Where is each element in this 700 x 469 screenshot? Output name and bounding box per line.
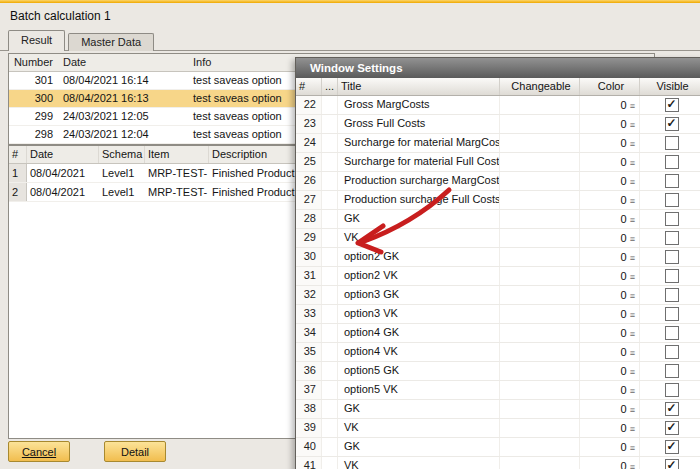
setting-color-cell[interactable]: 0 [580, 134, 640, 152]
setting-changeable-cell[interactable] [500, 381, 580, 399]
item-row-number[interactable]: 2 [9, 183, 27, 201]
tab-result[interactable]: Result [8, 30, 65, 51]
setting-color-cell[interactable]: 0 [580, 267, 640, 285]
settings-header-number[interactable]: # [296, 78, 322, 95]
visible-checkbox[interactable] [665, 193, 679, 207]
setting-changeable-cell[interactable] [500, 153, 580, 171]
setting-changeable-cell[interactable] [500, 248, 580, 266]
settings-row[interactable]: 33 option3 VK 0 [296, 305, 700, 324]
setting-color-cell[interactable]: 0 [580, 191, 640, 209]
settings-header-color[interactable]: Color [580, 78, 640, 95]
settings-header-dots[interactable]: ... [322, 78, 338, 95]
item-row-number[interactable]: 1 [9, 164, 27, 182]
color-picker-icon[interactable] [630, 173, 635, 190]
setting-changeable-cell[interactable] [500, 305, 580, 323]
color-picker-icon[interactable] [630, 458, 635, 469]
setting-changeable-cell[interactable] [500, 210, 580, 228]
visible-checkbox[interactable] [665, 364, 679, 378]
visible-checkbox[interactable] [665, 326, 679, 340]
settings-row[interactable]: 37 option5 VK 0 [296, 381, 700, 400]
color-picker-icon[interactable] [630, 401, 635, 418]
visible-checkbox[interactable] [665, 402, 679, 416]
window-settings-titlebar[interactable]: Window Settings [296, 58, 700, 78]
setting-changeable-cell[interactable] [500, 96, 580, 114]
settings-row[interactable]: 34 option4 GK 0 [296, 324, 700, 343]
setting-changeable-cell[interactable] [500, 172, 580, 190]
color-picker-icon[interactable] [630, 116, 635, 133]
runs-header-date[interactable]: Date [57, 54, 185, 71]
setting-color-cell[interactable]: 0 [580, 343, 640, 361]
color-picker-icon[interactable] [630, 420, 635, 437]
setting-changeable-cell[interactable] [500, 362, 580, 380]
visible-checkbox[interactable] [665, 98, 679, 112]
settings-row[interactable]: 40 GK 0 [296, 438, 700, 457]
visible-checkbox[interactable] [665, 117, 679, 131]
setting-color-cell[interactable]: 0 [580, 248, 640, 266]
items-header-item[interactable]: Item [145, 146, 209, 163]
color-picker-icon[interactable] [630, 154, 635, 171]
settings-header-changeable[interactable]: Changeable [500, 78, 580, 95]
color-picker-icon[interactable] [630, 306, 635, 323]
setting-color-cell[interactable]: 0 [580, 305, 640, 323]
setting-color-cell[interactable]: 0 [580, 286, 640, 304]
setting-color-cell[interactable]: 0 [580, 362, 640, 380]
color-picker-icon[interactable] [630, 268, 635, 285]
setting-changeable-cell[interactable] [500, 286, 580, 304]
color-picker-icon[interactable] [630, 325, 635, 342]
setting-changeable-cell[interactable] [500, 229, 580, 247]
setting-color-cell[interactable]: 0 [580, 324, 640, 342]
settings-row[interactable]: 28 GK 0 [296, 210, 700, 229]
tab-master-data[interactable]: Master Data [68, 33, 154, 51]
color-picker-icon[interactable] [630, 230, 635, 247]
setting-changeable-cell[interactable] [500, 457, 580, 469]
setting-color-cell[interactable]: 0 [580, 115, 640, 133]
setting-changeable-cell[interactable] [500, 419, 580, 437]
color-picker-icon[interactable] [630, 211, 635, 228]
settings-row[interactable]: 35 option4 VK 0 [296, 343, 700, 362]
color-picker-icon[interactable] [630, 439, 635, 456]
settings-row[interactable]: 41 VK 0 [296, 457, 700, 469]
setting-changeable-cell[interactable] [500, 343, 580, 361]
visible-checkbox[interactable] [665, 250, 679, 264]
setting-color-cell[interactable]: 0 [580, 172, 640, 190]
visible-checkbox[interactable] [665, 231, 679, 245]
setting-color-cell[interactable]: 0 [580, 438, 640, 456]
settings-row[interactable]: 36 option5 GK 0 [296, 362, 700, 381]
setting-changeable-cell[interactable] [500, 438, 580, 456]
color-picker-icon[interactable] [630, 135, 635, 152]
settings-header-title[interactable]: Title [338, 78, 500, 95]
visible-checkbox[interactable] [665, 174, 679, 188]
color-picker-icon[interactable] [630, 382, 635, 399]
items-header-date[interactable]: Date [27, 146, 99, 163]
visible-checkbox[interactable] [665, 459, 679, 469]
setting-color-cell[interactable]: 0 [580, 210, 640, 228]
color-picker-icon[interactable] [630, 249, 635, 266]
visible-checkbox[interactable] [665, 212, 679, 226]
setting-color-cell[interactable]: 0 [580, 153, 640, 171]
setting-color-cell[interactable]: 0 [580, 419, 640, 437]
settings-row[interactable]: 23 Gross Full Costs 0 [296, 115, 700, 134]
settings-row[interactable]: 31 option2 VK 0 [296, 267, 700, 286]
setting-changeable-cell[interactable] [500, 191, 580, 209]
runs-header-number[interactable]: Number [9, 54, 57, 71]
settings-row[interactable]: 26 Production surcharge MargCosts 0 [296, 172, 700, 191]
visible-checkbox[interactable] [665, 440, 679, 454]
color-picker-icon[interactable] [630, 363, 635, 380]
setting-changeable-cell[interactable] [500, 115, 580, 133]
setting-color-cell[interactable]: 0 [580, 96, 640, 114]
settings-row[interactable]: 25 Surcharge for material Full Costs 0 [296, 153, 700, 172]
visible-checkbox[interactable] [665, 269, 679, 283]
settings-row[interactable]: 22 Gross MargCosts 0 [296, 96, 700, 115]
settings-row[interactable]: 29 VK 0 [296, 229, 700, 248]
visible-checkbox[interactable] [665, 421, 679, 435]
setting-changeable-cell[interactable] [500, 400, 580, 418]
items-header-rownum[interactable]: # [9, 146, 27, 163]
visible-checkbox[interactable] [665, 136, 679, 150]
items-header-schema[interactable]: Schema [99, 146, 145, 163]
color-picker-icon[interactable] [630, 192, 635, 209]
setting-color-cell[interactable]: 0 [580, 457, 640, 469]
settings-header-visible[interactable]: Visible [640, 78, 700, 95]
detail-button[interactable]: Detail [104, 441, 166, 462]
visible-checkbox[interactable] [665, 155, 679, 169]
settings-row[interactable]: 24 Surcharge for material MargCosts 0 [296, 134, 700, 153]
